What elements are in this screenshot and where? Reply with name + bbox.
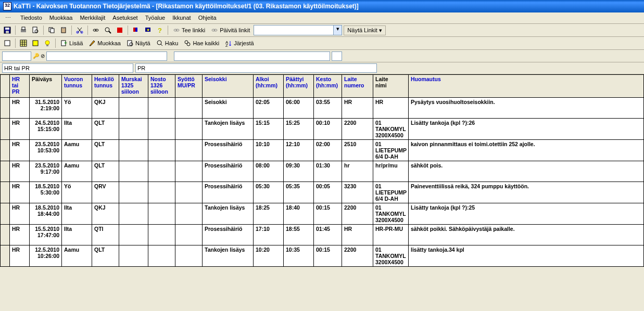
cell-vuoro: Ilta (62, 203, 92, 225)
cell-laitenimi: HR (373, 98, 409, 119)
cell-nosto (148, 119, 175, 140)
form-icon[interactable] (30, 38, 41, 48)
col-kesto[interactable]: Kesto (hh:mm) (314, 75, 342, 98)
cut-icon[interactable] (74, 25, 85, 35)
menu-tiedosto[interactable]: Tiedosto (17, 14, 45, 22)
cell-laitenimi: 01 LIETEPUMP 6/4 D-AH (373, 182, 409, 203)
link-icon[interactable] (91, 25, 101, 35)
col-seisokki[interactable]: Seisokki (203, 75, 254, 98)
col-alkoi[interactable]: Alkoi (hh:mm) (254, 75, 284, 98)
row-selector[interactable] (1, 245, 10, 267)
filter-input-4[interactable] (332, 51, 342, 61)
col-huomautus[interactable]: Huomautus (409, 75, 644, 98)
svg-text:Z: Z (225, 43, 228, 47)
table-row[interactable]: HR18.5.2010 5:30:00YöQRVProsessihäiriö05… (1, 182, 644, 203)
cell-huomautus: kaivon pinnanmittaus ei toimi.otettiin 2… (409, 140, 644, 161)
key-icon: 🔑 ⊘ (33, 53, 45, 59)
nayta-button[interactable]: Näytä (124, 40, 153, 47)
combo-dropdown[interactable]: ▾ (254, 25, 342, 35)
naytalinkit-button[interactable]: Näytä Linkit ▾ (344, 25, 385, 35)
cell-alkoi: 18:25 (254, 203, 284, 225)
cell-kesto: 00:10 (314, 119, 342, 140)
cell-vuoro: Yö (62, 98, 92, 119)
col-syotto[interactable]: Syöttö MU/PR (175, 75, 203, 98)
haku-button[interactable]: Haku (154, 40, 181, 47)
row-selector[interactable] (1, 203, 10, 225)
paste-icon[interactable] (58, 25, 69, 35)
cell-vuoro: Aamu (62, 140, 92, 161)
row-selector[interactable] (1, 182, 10, 203)
svg-line-16 (109, 31, 111, 33)
cell-seisokki: Prosessihäiriö (203, 225, 254, 245)
row-selector[interactable] (1, 140, 10, 161)
muokkaa-button[interactable]: Muokkaa (86, 40, 123, 47)
filter-hrpr-input[interactable] (2, 63, 133, 73)
copy-icon[interactable] (46, 25, 57, 35)
menu-ohjeita[interactable]: Ohjeita (195, 14, 220, 22)
filter-pr-input[interactable] (135, 63, 377, 73)
cell-henkilo: QLT (92, 119, 119, 140)
cell-hrpr: HR (10, 98, 30, 119)
svg-rect-19 (135, 28, 137, 32)
filter-input-3[interactable] (174, 51, 330, 61)
table-row[interactable]: HR31.5.2010 2:19:00YöQKJSeisokki02:0506:… (1, 98, 644, 119)
cell-huomautus: sähköt pois. (409, 161, 644, 182)
filter-input-1[interactable] (2, 51, 31, 61)
preview-icon[interactable] (30, 25, 41, 35)
jarjesta-button[interactable]: AZJärjestä (223, 40, 256, 47)
lightbulb-icon[interactable] (42, 38, 53, 48)
flag-a-icon[interactable] (131, 25, 141, 35)
cell-murska (119, 140, 148, 161)
save-icon[interactable] (2, 25, 12, 35)
table-row[interactable]: HR23.5.2010 9:17:00AamuQLTProsessihäiriö… (1, 161, 644, 182)
menu-tyoalue[interactable]: Työalue (142, 14, 169, 22)
cell-henkilo: QLT (92, 161, 119, 182)
teelinkki-button[interactable]: Tee linkki (171, 27, 207, 33)
filter-input-2[interactable] (46, 51, 167, 61)
cell-henkilo: QKJ (92, 98, 119, 119)
row-selector[interactable] (1, 225, 10, 245)
cell-hrpr: HR (10, 203, 30, 225)
row-selector[interactable] (1, 119, 10, 140)
help-icon[interactable]: ? (155, 25, 165, 35)
table-row[interactable]: HR18.5.2010 18:44:00IltaQKJTankojen lisä… (1, 203, 644, 225)
col-paattyi[interactable]: Päättyi (hh:mm) (284, 75, 314, 98)
col-paivays[interactable]: Päiväys (30, 75, 62, 98)
menu-muokkaa[interactable]: Muokkaa (46, 14, 76, 22)
table-row[interactable]: HR15.5.2010 17:47:00IltaQTIProsessihäiri… (1, 225, 644, 245)
row-selector[interactable] (1, 98, 10, 119)
tb2-a-icon[interactable] (2, 38, 12, 48)
row-selector[interactable] (1, 161, 10, 182)
cell-henkilo: QLT (92, 245, 119, 267)
col-vuoron[interactable]: Vuoron tunnus (62, 75, 92, 98)
grid-icon[interactable] (18, 38, 29, 48)
table-row[interactable]: HR23.5.2010 10:53:00AamuQLTProsessihäiri… (1, 140, 644, 161)
find-icon[interactable] (103, 25, 113, 35)
col-nosto[interactable]: Nosto 1326 siiloon (148, 75, 175, 98)
menu-ikkunat[interactable]: Ikkunat (169, 14, 194, 22)
svg-point-15 (105, 28, 109, 32)
col-murska[interactable]: Murskai 1325 siiloon (119, 75, 148, 98)
haekaikki-button[interactable]: Hae kaikki (182, 40, 221, 47)
table-row[interactable]: HR24.5.2010 15:15:00IltaQLTTankojen lisä… (1, 119, 644, 140)
lisaa-button[interactable]: +Lisää (58, 40, 85, 47)
cell-paattyi: 12:10 (284, 140, 314, 161)
col-laitenimi[interactable]: Laite nimi (373, 75, 409, 98)
cell-hrpr: HR (10, 119, 30, 140)
cell-murska (119, 203, 148, 225)
menu-asetukset[interactable]: Asetukset (109, 14, 141, 22)
print-icon[interactable] (18, 25, 29, 35)
cell-hrpr: HR (10, 161, 30, 182)
cell-date: 12.5.2010 10:26:00 (30, 245, 62, 267)
table-row[interactable]: HR12.5.2010 10:26:00AamuQLTTankojen lisä… (1, 245, 644, 267)
cell-syotto (175, 161, 203, 182)
filter-row-1: 🔑 ⊘ (0, 50, 644, 62)
col-hrpr[interactable]: HR tai PR (10, 75, 30, 98)
flag-red-icon[interactable] (115, 25, 125, 35)
col-henkilo[interactable]: Henkilö tunnus (92, 75, 119, 98)
cell-hrpr: HR (10, 182, 30, 203)
paivitalinkit-button[interactable]: Päivitä linkit (209, 27, 252, 33)
menu-merkkilajit[interactable]: Merkkilajit (77, 14, 108, 22)
col-laitenum[interactable]: Laite numero (342, 75, 373, 98)
flag-b-icon[interactable]: ★ (143, 25, 153, 35)
